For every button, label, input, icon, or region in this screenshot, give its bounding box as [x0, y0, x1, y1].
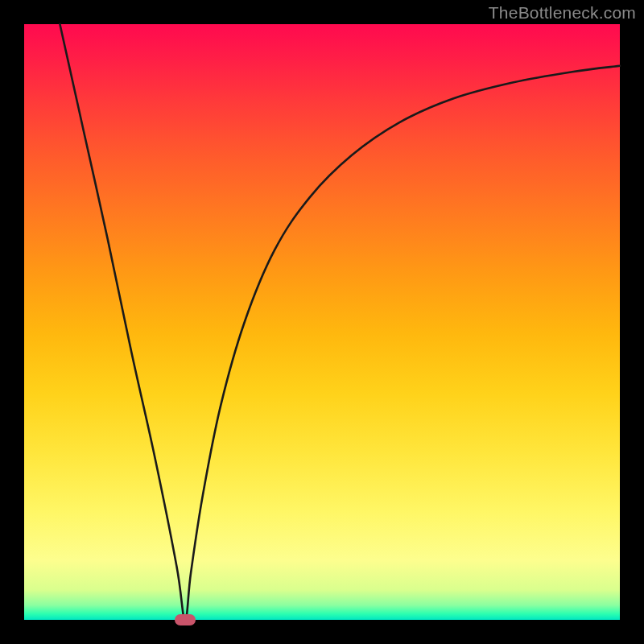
chart-frame: TheBottleneck.com	[0, 0, 644, 644]
bottleneck-curve	[24, 24, 620, 620]
watermark-text: TheBottleneck.com	[489, 3, 636, 23]
plot-area	[24, 24, 620, 620]
minimum-marker	[175, 614, 196, 625]
